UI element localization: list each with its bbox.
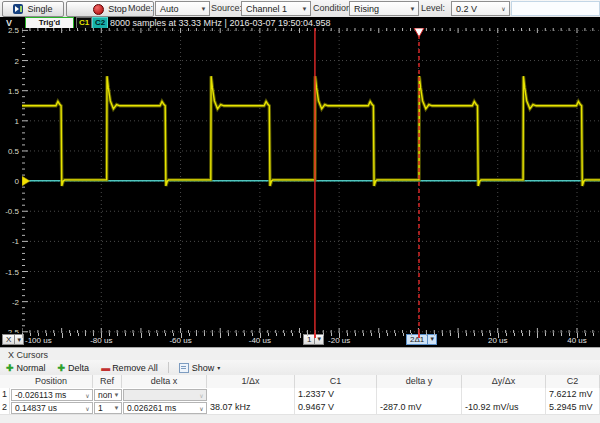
show-menu-button[interactable]: Show ▾ xyxy=(173,361,227,374)
y-axis-tick-label: 0 xyxy=(0,177,19,186)
x-ruler-tick xyxy=(284,333,285,336)
x-axis-strip: X ▼ 1 ▼ 2Δ1 ▼ -100 us-80 us-60 us-40 us-… xyxy=(0,333,600,347)
channel1-trace xyxy=(22,76,600,186)
x-ruler-tick xyxy=(228,333,229,336)
plus-icon: ✚ xyxy=(58,363,66,373)
x-ruler-tick xyxy=(117,333,118,336)
x-ruler-tick xyxy=(62,333,63,338)
y-axis-tick-label: -1.5 xyxy=(0,268,19,277)
acquisition-statusbar: V Trig'd C1 C2 8000 samples at 33.33 MHz… xyxy=(0,17,600,28)
x-ruler-tick xyxy=(403,333,404,336)
level-select[interactable]: 0.2 V ∨ xyxy=(451,1,510,16)
normal-label: Normal xyxy=(17,363,46,373)
minus-icon: ▬ xyxy=(101,363,109,373)
delta-y-value: -287.0 mV xyxy=(377,401,462,414)
y-axis-tick-label: 1.5 xyxy=(0,87,19,96)
x-ruler-tick xyxy=(458,333,459,338)
chevron-down-icon: ∨ xyxy=(83,405,92,412)
mode-label: Mode: xyxy=(128,3,153,13)
ref-select-value: none xyxy=(95,390,112,400)
x-ruler-tick xyxy=(537,333,538,338)
add-normal-cursor-button[interactable]: ✚ Normal xyxy=(0,361,52,374)
position-select[interactable]: -0.026113 ms∨ xyxy=(11,389,93,401)
x-ruler-tick xyxy=(522,333,523,336)
inv-delta-x-value: 38.07 kHz xyxy=(207,401,295,414)
delta-label: Delta xyxy=(68,363,89,373)
c1-value: 1.2337 V xyxy=(295,388,377,401)
remove-all-button[interactable]: ▬ Remove All xyxy=(95,361,164,374)
column-header: delta x xyxy=(122,375,207,388)
table-header: PositionRefdelta x1/ΔxC1delta yΔy/ΔxC2 xyxy=(0,375,600,389)
x-ruler-tick xyxy=(165,333,166,336)
ref-select[interactable]: none▼ xyxy=(94,389,122,401)
x-ruler-tick xyxy=(276,333,277,336)
x-ruler-tick xyxy=(78,333,79,336)
x-ruler-tick xyxy=(426,333,427,336)
x-ruler-tick xyxy=(54,333,55,336)
channel1-ground-marker[interactable] xyxy=(22,176,30,186)
level-value: 0.2 V xyxy=(452,4,498,14)
column-header: Position xyxy=(10,375,93,388)
x-axis-tick-label: -60 us xyxy=(169,336,191,345)
x-ruler-tick xyxy=(212,333,213,336)
ref-select-value: 1 xyxy=(95,403,112,413)
y-axis-tick-label: 1 xyxy=(0,117,19,126)
row-number: 1 xyxy=(0,388,10,401)
position-select[interactable]: 0.14837 us∨ xyxy=(11,402,93,414)
x-ruler-tick xyxy=(371,333,372,336)
x-ruler-tick xyxy=(474,333,475,336)
single-button[interactable]: Single xyxy=(2,1,64,17)
x-ruler-tick xyxy=(196,333,197,336)
column-header: Ref xyxy=(93,375,122,388)
plus-icon: ✚ xyxy=(6,363,14,373)
panel-title: X Cursors xyxy=(8,350,48,360)
delta-x-select[interactable]: 0.026261 ms∨ xyxy=(123,402,207,414)
source-value: Channel 1 xyxy=(242,4,299,14)
stop-label: Stop xyxy=(108,4,127,14)
x-axis-button[interactable]: X ▼ xyxy=(2,334,24,345)
x-ruler-tick xyxy=(125,333,126,336)
cursor-axis-tick xyxy=(314,333,316,338)
delta-x-select[interactable]: ∨ xyxy=(123,389,207,401)
mode-select[interactable]: Auto ▼ xyxy=(155,1,210,16)
trigger-position-marker[interactable] xyxy=(414,28,424,37)
stop-icon xyxy=(93,4,104,15)
x-ruler-tick xyxy=(395,333,396,336)
x-ruler-tick xyxy=(482,333,483,336)
scope-display[interactable]: 2.521.510.50-0.5-1-1.5-2-2.5 xyxy=(0,28,600,333)
chevron-down-icon: ▼ xyxy=(112,392,121,398)
condition-value: Rising xyxy=(350,4,407,14)
condition-select[interactable]: Rising ▼ xyxy=(349,1,419,16)
empty-field[interactable] xyxy=(511,1,600,16)
y-axis-tick-label: 0.5 xyxy=(0,147,19,156)
waveform-plot[interactable] xyxy=(22,28,600,333)
x-ruler-tick xyxy=(466,333,467,336)
chevron-down-icon: ∨ xyxy=(197,392,206,399)
dy-dx-value: -10.92 mV/us xyxy=(462,401,546,414)
x-ruler-tick xyxy=(157,333,158,336)
row-number: 2 xyxy=(0,401,10,414)
c2-value: 7.6212 mV xyxy=(546,388,600,401)
level-label: Level: xyxy=(421,3,445,13)
c2-value: 5.2945 mV xyxy=(546,401,600,414)
column-header: 1/Δx xyxy=(207,375,295,388)
x-axis-tick-label: 40 us xyxy=(567,336,587,345)
x-ruler-tick xyxy=(220,333,221,338)
x-ruler-tick xyxy=(141,333,142,338)
x-ruler-tick xyxy=(22,333,23,338)
x-ruler-tick xyxy=(593,333,594,336)
position-select-value: 0.14837 us xyxy=(12,403,83,413)
mode-value: Auto xyxy=(156,4,198,14)
chevron-down-icon: ▼ xyxy=(299,6,310,12)
source-select[interactable]: Channel 1 ▼ xyxy=(241,1,311,16)
x-ruler-tick xyxy=(204,333,205,336)
x-axis-button-label: X xyxy=(2,334,15,345)
add-delta-cursor-button[interactable]: ✚ Delta xyxy=(52,361,96,374)
ref-select[interactable]: 1▼ xyxy=(94,402,122,414)
x-ruler-tick xyxy=(561,333,562,336)
column-header: delta y xyxy=(377,375,462,388)
x-cursors-panel: X Cursors ✚ Normal ✚ Delta ▬ Remove All … xyxy=(0,347,600,423)
show-label: Show xyxy=(192,363,215,373)
c1-value: 0.9467 V xyxy=(295,401,377,414)
remove-all-label: Remove All xyxy=(112,363,158,373)
